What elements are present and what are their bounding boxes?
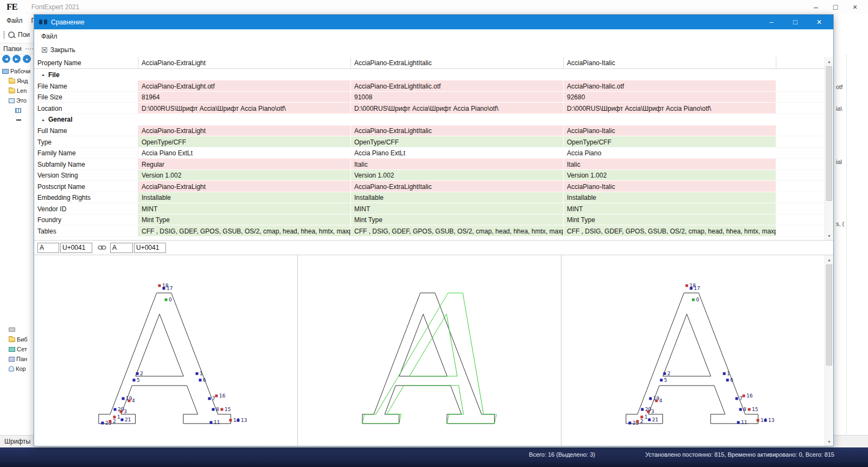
table-row[interactable]: Embedding RightsInstallableInstallableIn… [34, 192, 825, 204]
fonts-tab[interactable]: Шрифты [4, 438, 30, 445]
scroll-down-icon[interactable]: ▼ [825, 437, 833, 446]
folder-tree-item[interactable]: Кор [9, 364, 34, 374]
folder-tree-item[interactable] [15, 115, 34, 125]
close-button[interactable]: × [845, 1, 865, 14]
svg-text:0: 0 [169, 297, 172, 302]
table-scrollbar[interactable]: ▲ ▼ [825, 57, 833, 240]
dialog-restore-button[interactable]: □ [783, 15, 807, 29]
value-cell: Mint Type [138, 214, 351, 226]
row-filler [776, 159, 825, 170]
folder-icon [9, 89, 15, 93]
table-row[interactable]: Postscript NameAcciaPiano-ExtraLightAcci… [34, 181, 825, 192]
scroll-up-icon[interactable]: ▲ [825, 255, 833, 264]
property-name-cell: Embedding Rights [34, 192, 138, 204]
row-filler [776, 214, 825, 226]
section-header-file[interactable]: ▲File [34, 69, 825, 80]
glyph-scrollbar[interactable]: ▲ ▼ [825, 255, 833, 446]
column-header-property[interactable]: Property Name [34, 57, 138, 68]
app-logo: FE [7, 2, 17, 12]
glyph-pane-extralight[interactable]: A171802156194203121232716815111413 [34, 255, 298, 446]
glyph-pane-overlay[interactable]: AA [298, 255, 561, 446]
nav-forward-button[interactable]: ▶ [12, 55, 21, 63]
svg-text:1: 1 [644, 414, 648, 420]
menu-file[interactable]: Файл [7, 17, 23, 24]
table-row[interactable]: File NameAcciaPiano-ExtraLight.otfAcciaP… [34, 80, 825, 92]
value-cell: Accia Piano [564, 148, 776, 159]
property-name-cell: Family Name [34, 148, 138, 159]
value-cell: Italic [564, 159, 776, 170]
folder-tree-item[interactable]: Рабочи [2, 66, 34, 76]
property-name-cell: Type [34, 136, 138, 148]
dialog-close-button[interactable]: × [807, 15, 831, 29]
row-filler [776, 80, 825, 92]
scroll-down-icon[interactable]: ▼ [825, 231, 833, 240]
nav-back-button[interactable]: ◀ [2, 55, 10, 63]
table-row[interactable]: LocationD:\000RUS\Шрифт Accia\Шрифт Acci… [34, 103, 825, 114]
folder-tree-item[interactable]: Сет [9, 344, 34, 354]
search-label[interactable]: Пои [18, 31, 30, 39]
section-header-general[interactable]: ▲General [34, 114, 825, 125]
column-header-font1[interactable]: AcciaPiano-ExtraLight [138, 57, 351, 68]
folder-tree-item[interactable]: Биб [9, 335, 34, 344]
property-name-cell: Subfamily Name [34, 159, 138, 170]
scroll-up-icon[interactable]: ▲ [825, 57, 833, 66]
value-cell: Installable [351, 192, 564, 204]
comparison-dialog: Сравнение – □ × Файл ☒ Закрыть Property … [34, 14, 834, 446]
column-header-font2[interactable]: AcciaPiano-ExtraLightItalic [351, 57, 564, 68]
svg-text:5: 5 [664, 377, 667, 383]
table-row[interactable]: Vendor IDMINTMINTMINT [34, 203, 825, 214]
value-cell: D:\000RUS\Шрифт Accia\Шрифт Accia Piano\… [351, 103, 564, 114]
glyph-code-right-input[interactable] [134, 243, 166, 253]
dialog-menu-file[interactable]: Файл [41, 33, 58, 40]
table-row[interactable]: FoundryMint TypeMint TypeMint Type [34, 214, 825, 226]
main-window-controls: – □ × [806, 1, 865, 14]
table-row[interactable]: Family NameAccia Piano ExtLtAccia Piano … [34, 148, 825, 159]
row-filler [776, 103, 825, 114]
value-cell: Version 1.002 [564, 170, 776, 181]
svg-text:7: 7 [739, 396, 743, 401]
folders-nav-buttons: ◀ ▶ ▲ [2, 55, 31, 63]
folders-tree-bottom: БибСетПанКор [0, 325, 34, 374]
table-row[interactable]: Subfamily NameRegularItalicItalic [34, 159, 825, 170]
folder-tree-item[interactable]: Len [9, 86, 34, 96]
dialog-minimize-button[interactable]: – [760, 15, 783, 29]
folder-tree-item[interactable] [15, 105, 34, 115]
row-filler [776, 203, 825, 214]
column-header-font3[interactable]: AcciaPiano-Italic [564, 57, 776, 68]
folders-tree-top: РабочиЯндLenЭто [0, 66, 34, 125]
column-header-empty [776, 57, 825, 68]
value-cell: Mint Type [351, 214, 564, 226]
row-filler [776, 148, 825, 159]
recycle-icon [9, 366, 14, 371]
table-row[interactable]: TablesCFF , DSIG, GDEF, GPOS, GSUB, OS/2… [34, 225, 825, 237]
table-scroll-thumb[interactable] [826, 66, 832, 201]
close-comparison-button[interactable]: ☒ Закрыть [38, 45, 79, 55]
glyph-code-left-input[interactable] [60, 243, 92, 253]
glyph-pane-italic[interactable]: A171802156194203121232716815111413 [561, 255, 825, 446]
folder-icon [9, 337, 15, 342]
svg-text:21: 21 [125, 417, 131, 422]
printer-icon [9, 327, 15, 332]
value-cell: OpenType/CFF [351, 136, 564, 148]
glyph-char-left-input[interactable] [37, 243, 59, 253]
link-codes-button[interactable] [95, 242, 108, 253]
nav-up-button[interactable]: ▲ [23, 55, 31, 63]
table-row[interactable]: TypeOpenType/CFFOpenType/CFFOpenType/CFF [34, 136, 825, 148]
glyph-scroll-thumb[interactable] [826, 264, 832, 365]
dialog-titlebar[interactable]: Сравнение – □ × [34, 15, 833, 29]
folder-tree-item[interactable] [9, 325, 34, 335]
value-cell: MINT [351, 203, 564, 214]
table-row[interactable]: Full NameAcciaPiano-ExtraLightAcciaPiano… [34, 125, 825, 137]
folder-tree-item[interactable]: Пан [9, 354, 34, 364]
row-filler [776, 225, 825, 237]
folder-tree-item[interactable]: Это [9, 96, 34, 105]
svg-text:1: 1 [200, 371, 203, 376]
minimize-button[interactable]: – [806, 1, 826, 14]
table-row[interactable]: File Size819649100892680 [34, 92, 825, 103]
restore-button[interactable]: □ [826, 1, 845, 14]
folder-tree-item[interactable]: Янд [9, 76, 34, 86]
value-cell: Italic [351, 159, 564, 170]
table-row[interactable]: Version StringVersion 1.002Version 1.002… [34, 170, 825, 181]
glyph-char-right-input[interactable] [110, 243, 133, 253]
svg-text:2: 2 [140, 371, 143, 376]
